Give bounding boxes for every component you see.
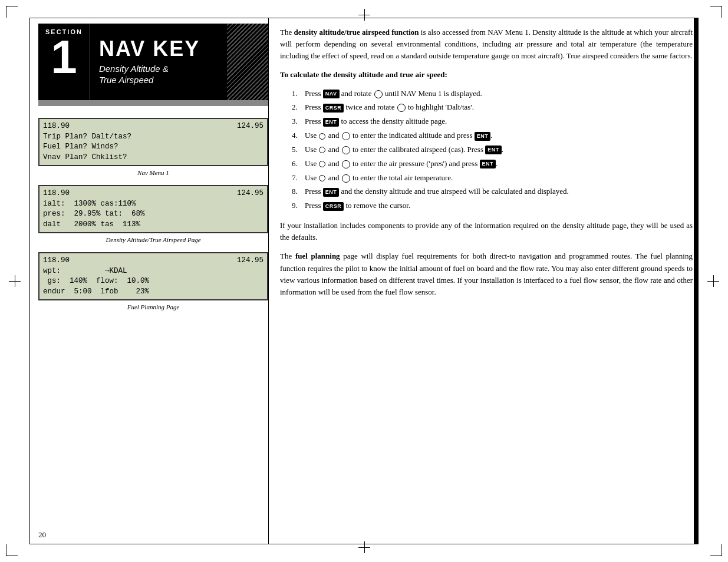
- fuel-freq2: 124.95: [237, 256, 263, 266]
- step-6: 6. Use and to enter the air pressure ('p…: [292, 158, 693, 170]
- crosshair-right: [707, 275, 719, 287]
- section-number: 1: [51, 34, 77, 81]
- note-2: The fuel planning page will display fuel…: [280, 250, 693, 298]
- corner-mark-tr: [710, 6, 722, 18]
- nav-menu-caption: Nav Menu 1: [38, 169, 268, 176]
- step-7-num: 7.: [292, 173, 305, 184]
- step-4-content: Use and to enter the indicated altitude …: [305, 130, 693, 141]
- step-8-content: Press ENT and the density altitude and t…: [305, 186, 693, 197]
- nav-button: NAV: [323, 90, 340, 98]
- step-1-num: 1.: [292, 88, 305, 100]
- gray-bar: [38, 100, 268, 106]
- left-column: SECTION 1 NAV KEY Density Altitude & Tru…: [38, 24, 268, 538]
- page-border-left: [29, 18, 30, 544]
- knob-4b: [342, 132, 350, 140]
- step-5: 5. Use and to enter the calibrated airsp…: [292, 144, 693, 156]
- nav-menu-freq2: 124.95: [237, 121, 263, 132]
- section-header-pattern: [227, 24, 268, 100]
- crsr-button-2: CRSR: [323, 104, 344, 113]
- density-line2: pres: 29.95% tat: 68%: [43, 209, 263, 220]
- nav-key-title: NAV KEY: [99, 38, 218, 59]
- ent-button-8: ENT: [323, 188, 340, 197]
- knob-6b: [342, 160, 350, 168]
- step-2: 2. Press CRSR twice and rotate to highli…: [292, 102, 693, 113]
- step-9-num: 9.: [292, 200, 305, 211]
- note-1: If your installation includes components…: [280, 220, 693, 243]
- procedure-title: To calculate the density altitude and tr…: [280, 69, 693, 81]
- step-5-num: 5.: [292, 144, 305, 156]
- nav-menu-freq1: 118.90: [43, 121, 70, 132]
- knob-7b: [342, 174, 350, 183]
- knob-sm-6a: [319, 161, 325, 167]
- corner-mark-bl: [6, 544, 18, 556]
- ent-button-5: ENT: [485, 146, 502, 154]
- step-9-content: Press CRSR to remove the cursor.: [305, 200, 693, 211]
- step-7: 7. Use and to enter the total air temper…: [292, 173, 693, 184]
- page-number: 20: [38, 530, 46, 540]
- step-6-num: 6.: [292, 158, 305, 170]
- step-1-content: Press NAV and rotate until NAV Menu 1 is…: [305, 88, 693, 100]
- right-column: The density altitude/true airspeed funct…: [280, 27, 693, 538]
- step-7-content: Use and to enter the total air temperatu…: [305, 173, 693, 184]
- knob-icon-1: [374, 90, 383, 98]
- knob-sm-4a: [319, 133, 325, 140]
- steps-list: 1. Press NAV and rotate until NAV Menu 1…: [292, 88, 693, 212]
- fuel-freq1: 118.90: [43, 256, 70, 266]
- corner-mark-tl: [6, 6, 18, 18]
- density-line1: ialt: 1300% cas:110%: [43, 199, 263, 210]
- step-2-content: Press CRSR twice and rotate to highlight…: [305, 102, 693, 113]
- density-line3: dalt 2000% tas 113%: [43, 220, 263, 230]
- ent-button-3: ENT: [323, 118, 340, 127]
- section-subtitle: Density Altitude & True Airspeed: [99, 63, 218, 86]
- knob-sm-7a: [319, 175, 325, 181]
- screen-container: 118.90 124.95 Trip Plan? Dalt/tas? Fuel …: [38, 118, 268, 310]
- step-6-content: Use and to enter the air pressure ('pres…: [305, 158, 693, 170]
- fuel-line3: endur 5:00 lfob 23%: [43, 287, 263, 297]
- ent-button-4: ENT: [475, 132, 491, 141]
- fuel-line2: gs: 140% flow: 10.0%: [43, 276, 263, 287]
- step-3-num: 3.: [292, 116, 305, 127]
- crosshair-left: [9, 275, 21, 287]
- step-3: 3. Press ENT to access the density altit…: [292, 116, 693, 127]
- nav-menu-line3: Vnav Plan? Chklist?: [43, 153, 263, 163]
- fuel-planning-screen: 118.90 124.95 wpt: →KDAL gs: 140% flow: …: [38, 252, 268, 300]
- step-4-num: 4.: [292, 130, 305, 141]
- crsr-button-9: CRSR: [323, 202, 344, 211]
- intro-paragraph: The density altitude/true airspeed funct…: [280, 27, 693, 62]
- corner-mark-br: [710, 544, 722, 556]
- step-9: 9. Press CRSR to remove the cursor.: [292, 200, 693, 211]
- section-header: SECTION 1 NAV KEY Density Altitude & Tru…: [38, 24, 268, 100]
- fuel-planning-caption: Fuel Planning Page: [38, 303, 268, 310]
- step-8-num: 8.: [292, 186, 305, 197]
- section-title-area: NAV KEY Density Altitude & True Airspeed: [90, 24, 227, 100]
- step-1: 1. Press NAV and rotate until NAV Menu 1…: [292, 88, 693, 100]
- section-number-area: SECTION 1: [38, 24, 90, 100]
- density-altitude-screen: 118.90 124.95 ialt: 1300% cas:110% pres:…: [38, 185, 268, 233]
- nav-menu-line2: Fuel Plan? Winds?: [43, 142, 263, 153]
- ent-button-6: ENT: [480, 160, 496, 168]
- nav-menu-line1: Trip Plan? Dalt/tas?: [43, 132, 263, 143]
- step-5-content: Use and to enter the calibrated airspeed…: [305, 144, 693, 156]
- nav-menu-screen: 118.90 124.95 Trip Plan? Dalt/tas? Fuel …: [38, 118, 268, 166]
- knob-icon-2: [397, 104, 406, 112]
- right-black-bar: [694, 18, 699, 544]
- knob-5b: [342, 146, 350, 154]
- fuel-line1: wpt: →KDAL: [43, 266, 263, 277]
- density-freq2: 124.95: [237, 189, 263, 199]
- knob-sm-5a: [319, 147, 325, 153]
- step-8: 8. Press ENT and the density altitude an…: [292, 186, 693, 197]
- step-2-num: 2.: [292, 102, 305, 113]
- density-altitude-caption: Density Altitude/True Airspeed Page: [38, 236, 268, 243]
- step-3-content: Press ENT to access the density altitude…: [305, 116, 693, 127]
- density-freq1: 118.90: [43, 189, 70, 199]
- crosshair-bottom: [358, 541, 370, 553]
- column-divider: [268, 18, 269, 544]
- crosshair-top: [358, 9, 370, 21]
- step-4: 4. Use and to enter the indicated altitu…: [292, 130, 693, 141]
